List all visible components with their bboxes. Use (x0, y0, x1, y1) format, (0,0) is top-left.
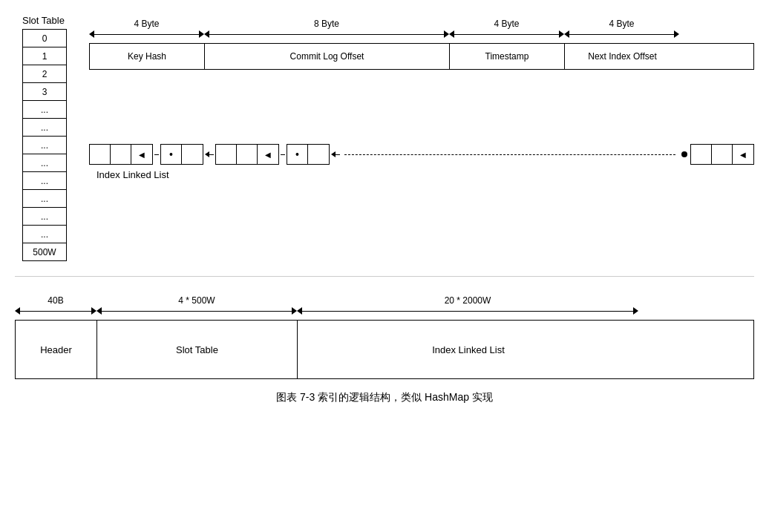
bottom-fields-row: HeaderSlot TableIndex Linked List (15, 320, 754, 379)
field-cell-1: Commit Log Offset (205, 44, 450, 69)
byte-segment-3: 4 Byte (564, 19, 679, 38)
linked-list-area: Index Linked List (89, 144, 754, 180)
dashed-section (344, 154, 675, 155)
arrow-between-2-3 (205, 151, 214, 157)
ll-cell-2b (182, 145, 203, 164)
arrow-before-dashed (331, 151, 340, 157)
bottom-label-2: 20 * 2000W (445, 295, 491, 306)
slot-table-cell: 3 (23, 83, 67, 101)
byte-segment-0: 4 Byte (89, 19, 204, 38)
ll-cell-fb (712, 145, 733, 164)
ll-node-1 (89, 144, 153, 165)
ll-cell-4b (308, 145, 329, 164)
bottom-field-cell-1: Slot Table (97, 321, 298, 378)
ll-node-4 (287, 144, 330, 165)
ll-cell-fc (733, 145, 753, 164)
ll-node-2 (160, 144, 203, 165)
slot-table-cell: ... (23, 208, 67, 226)
bottom-field-cell-0: Header (16, 321, 97, 378)
slot-table-label: Slot Table (22, 15, 67, 26)
slot-table-cell: ... (23, 226, 67, 243)
byte-label-3: 4 Byte (609, 19, 634, 29)
bottom-segment-2: 20 * 2000W (297, 295, 638, 315)
byte-label-0: 4 Byte (134, 19, 159, 29)
bottom-segment-0: 40B (15, 295, 96, 315)
ll-cell-1c (131, 145, 152, 164)
divider (15, 276, 754, 277)
slot-table: 0123........................500W (22, 29, 67, 261)
linked-list-visual (89, 144, 754, 165)
slot-table-cell: 0 (23, 30, 67, 47)
ll-cell-3b (237, 145, 258, 164)
byte-arrow-0 (89, 30, 204, 38)
bottom-arrow-2 (297, 307, 638, 315)
byte-arrow-1 (204, 30, 449, 38)
caption: 图表 7-3 索引的逻辑结构，类似 HashMap 实现 (15, 391, 754, 404)
slot-table-cell: ... (23, 137, 67, 154)
linked-list-label: Index Linked List (96, 169, 754, 180)
slot-table-cell: ... (23, 154, 67, 172)
byte-arrow-2 (449, 30, 564, 38)
ll-cell-2a (161, 145, 182, 164)
byte-segment-2: 4 Byte (449, 19, 564, 38)
byte-label-2: 4 Byte (494, 19, 519, 29)
byte-label-1: 8 Byte (314, 19, 339, 29)
ll-cell-4a (287, 145, 308, 164)
slot-table-cell: ... (23, 172, 67, 190)
right-content: 4 Byte8 Byte4 Byte4 Byte Key HashCommit … (67, 15, 754, 180)
slot-table-cell: 500W (23, 243, 67, 261)
ll-node-3 (215, 144, 279, 165)
slot-table-cell: ... (23, 190, 67, 208)
ll-cell-1b (111, 145, 131, 164)
arrow-between-3-4 (281, 154, 285, 155)
bottom-label-0: 40B (48, 295, 63, 306)
ll-cell-fa (691, 145, 712, 164)
top-diagram: Slot Table 0123........................5… (22, 15, 754, 261)
slot-table-cell: ... (23, 101, 67, 119)
fields-row: Key HashCommit Log OffsetTimestampNext I… (89, 43, 754, 70)
slot-table-cell: 1 (23, 47, 67, 65)
dashed-end-dot (681, 151, 687, 157)
slot-table-cell: ... (23, 119, 67, 137)
ll-cell-1a (90, 145, 111, 164)
bottom-field-cell-2: Index Linked List (298, 321, 639, 378)
field-cell-2: Timestamp (450, 44, 565, 69)
bottom-segment-1: 4 * 500W (96, 295, 297, 315)
bottom-label-1: 4 * 500W (178, 295, 215, 306)
bottom-arrow-0 (15, 307, 96, 315)
bottom-arrow-1 (96, 307, 297, 315)
byte-arrows-row: 4 Byte8 Byte4 Byte4 Byte (89, 15, 754, 42)
slot-table-cell: 2 (23, 65, 67, 83)
arrow-between-1-2 (154, 154, 159, 155)
byte-arrow-3 (564, 30, 679, 38)
ll-cell-3c (258, 145, 278, 164)
slot-table-container: Slot Table 0123........................5… (22, 15, 67, 261)
field-cell-3: Next Index Offset (565, 44, 680, 69)
bottom-arrows-row: 40B4 * 500W20 * 2000W (15, 292, 754, 318)
bottom-diagram: 40B4 * 500W20 * 2000W HeaderSlot TableIn… (15, 292, 754, 379)
ll-node-final (690, 144, 754, 165)
ll-cell-3a (216, 145, 237, 164)
field-cell-0: Key Hash (90, 44, 205, 69)
byte-segment-1: 8 Byte (204, 19, 449, 38)
